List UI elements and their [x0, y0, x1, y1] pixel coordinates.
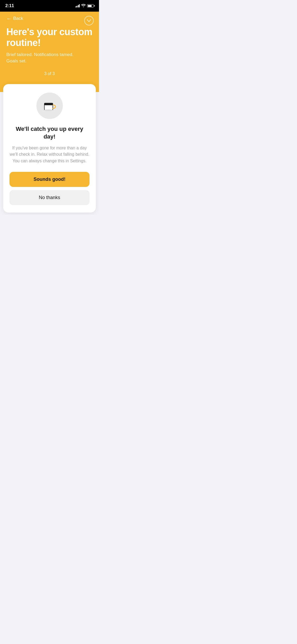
chevron-down-icon: [87, 18, 91, 23]
cup-circle: [36, 93, 63, 119]
back-label: Back: [13, 16, 23, 21]
card-heading: We'll catch you up every day!: [10, 125, 89, 140]
back-button[interactable]: ← Back: [6, 16, 23, 21]
status-time: 2:11: [5, 3, 14, 8]
main-card: We'll catch you up every day! If you've …: [3, 84, 96, 213]
collapse-button[interactable]: [84, 16, 94, 25]
sounds-good-button[interactable]: Sounds good!: [10, 172, 89, 187]
signal-icon: [76, 4, 80, 7]
status-icons: [76, 4, 94, 8]
no-thanks-button[interactable]: No thanks: [10, 190, 89, 205]
battery-icon: [87, 4, 94, 7]
card-description: If you've been gone for more than a day …: [10, 145, 89, 164]
wifi-icon: [81, 4, 86, 8]
svg-rect-1: [44, 103, 53, 105]
progress-indicator: 3 of 3: [6, 71, 93, 76]
coffee-cup-icon: [42, 98, 58, 114]
back-arrow-icon: ←: [6, 16, 12, 21]
page-subtitle: Brief tailored. Notifications tamed.Goal…: [6, 52, 93, 64]
yellow-section: ← Back Here's your custom routine! Brief…: [0, 12, 99, 92]
status-bar: 2:11: [0, 0, 99, 12]
icon-container: [10, 93, 89, 119]
svg-point-2: [43, 109, 54, 111]
page-title: Here's your custom routine!: [6, 26, 93, 48]
